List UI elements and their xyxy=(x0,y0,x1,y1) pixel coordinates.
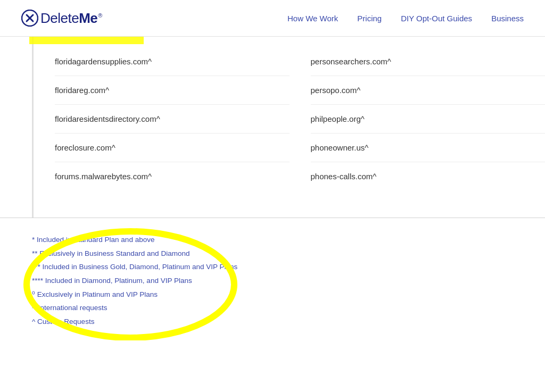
list-item: foreclosure.com^ xyxy=(55,134,290,162)
footnote-item: ^ Custom Requests xyxy=(32,315,524,329)
list-item: persopo.com^ xyxy=(311,76,546,105)
logo-icon xyxy=(21,10,38,27)
list-item: phoneowner.us^ xyxy=(311,134,546,162)
main-nav: How We Work Pricing DIY Opt-Out Guides B… xyxy=(287,14,524,23)
nav-how-we-work[interactable]: How We Work xyxy=(287,14,338,23)
footnotes-list: * Included in Standard Plan and above **… xyxy=(32,233,524,328)
logo-text: DeleteMe® xyxy=(40,10,102,27)
footnote-item: ~ International requests xyxy=(32,301,524,315)
list-item: philpeople.org^ xyxy=(311,105,546,134)
domain-list-container: floridagardensupplies.com^ floridareg.co… xyxy=(32,37,545,218)
domain-section: floridagardensupplies.com^ floridareg.co… xyxy=(0,37,545,218)
footnotes-section: * Included in Standard Plan and above **… xyxy=(0,218,545,343)
list-item: floridareg.com^ xyxy=(55,76,290,105)
logo[interactable]: DeleteMe® xyxy=(21,10,102,27)
domain-list: floridagardensupplies.com^ floridareg.co… xyxy=(34,42,545,212)
nav-business[interactable]: Business xyxy=(491,14,524,23)
domain-col-left: floridagardensupplies.com^ floridareg.co… xyxy=(34,47,290,207)
footnote-item: ⁰ Exclusively in Platinum and VIP Plans xyxy=(32,288,524,302)
site-header: DeleteMe® How We Work Pricing DIY Opt-Ou… xyxy=(0,0,545,37)
list-item: phones-calls.com^ xyxy=(311,162,546,190)
footnote-item: * Included in Standard Plan and above xyxy=(32,233,524,247)
footnote-item: *** Included in Business Gold, Diamond, … xyxy=(32,260,524,274)
nav-diy-opt-out[interactable]: DIY Opt-Out Guides xyxy=(401,14,472,23)
list-item: forums.malwarebytes.com^ xyxy=(55,162,290,190)
domain-col-right: personsearchers.com^ persopo.com^ philpe… xyxy=(290,47,546,207)
list-item: floridaresidentsdirectory.com^ xyxy=(55,105,290,134)
list-item: floridagardensupplies.com^ xyxy=(55,47,290,76)
yellow-bar-top xyxy=(29,37,144,44)
nav-pricing[interactable]: Pricing xyxy=(357,14,382,23)
footnote-item: **** Included in Diamond, Platinum, and … xyxy=(32,274,524,288)
list-item: personsearchers.com^ xyxy=(311,47,546,76)
footnote-item: ** Exclusively in Business Standard and … xyxy=(32,247,524,261)
